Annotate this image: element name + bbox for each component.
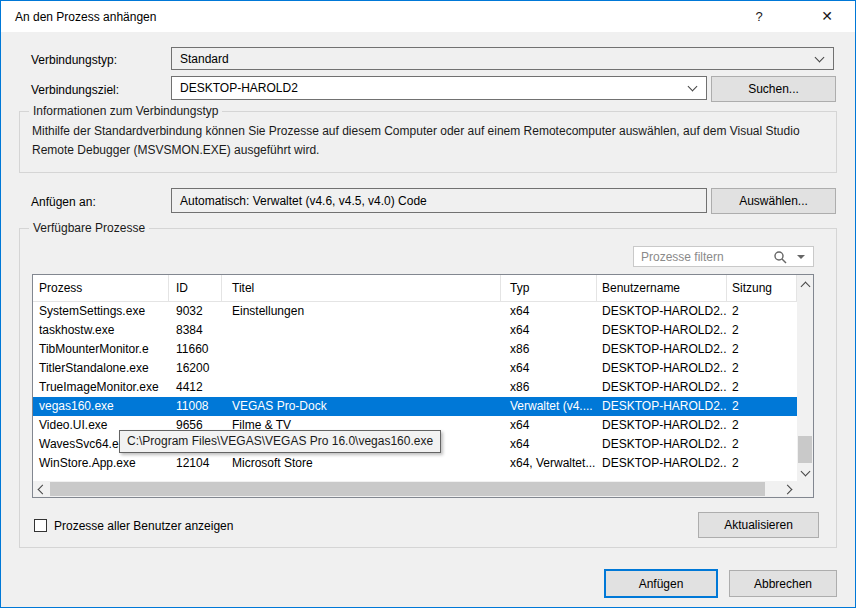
connection-target-value: DESKTOP-HAROLD2: [180, 81, 298, 95]
help-icon[interactable]: ?: [739, 1, 779, 32]
cancel-button[interactable]: Abbrechen: [729, 570, 837, 597]
title-bar: An den Prozess anhängen ? ✕: [1, 1, 855, 32]
table-cell: DESKTOP-HAROLD2...: [597, 359, 727, 378]
column-header-id[interactable]: ID: [169, 275, 222, 301]
show-all-users-checkbox[interactable]: [34, 519, 47, 532]
table-cell: DESKTOP-HAROLD2...: [597, 454, 727, 473]
show-all-users-label: Prozesse aller Benutzer anzeigen: [54, 519, 233, 533]
connection-info-text: Mithilfe der Standardverbindung können S…: [32, 122, 832, 160]
table-cell: x86: [501, 340, 597, 359]
table-row[interactable]: TrueImageMonitor.exe4412x86DESKTOP-HAROL…: [33, 378, 797, 397]
column-header-benutzername[interactable]: Benutzername: [597, 275, 727, 301]
table-cell: 2: [727, 416, 797, 435]
table-cell: 8384: [169, 321, 222, 340]
attach-button[interactable]: Anfügen: [604, 569, 718, 598]
table-cell: 2: [727, 321, 797, 340]
table-cell: [222, 378, 501, 397]
table-cell: 2: [727, 302, 797, 321]
chevron-down-icon: [688, 82, 698, 92]
table-cell: 9032: [169, 302, 222, 321]
process-path-tooltip: C:\Program Files\VEGAS\VEGAS Pro 16.0\ve…: [119, 430, 441, 453]
table-cell: [222, 359, 501, 378]
table-cell: x64: [501, 416, 597, 435]
table-cell: 2: [727, 454, 797, 473]
search-icon[interactable]: [773, 250, 787, 264]
table-cell: TitlerStandalone.exe: [33, 359, 169, 378]
connection-type-value: Standard: [180, 52, 229, 66]
table-cell: DESKTOP-HAROLD2...: [597, 397, 727, 416]
table-row[interactable]: TibMounterMonitor.e11660x86DESKTOP-HAROL…: [33, 340, 797, 359]
table-cell: Verwaltet (v4....: [501, 397, 597, 416]
scroll-right-icon[interactable]: [781, 481, 797, 498]
table-cell: Microsoft Store: [222, 454, 501, 473]
table-cell: vegas160.exe: [33, 397, 169, 416]
attach-to-field[interactable]: Automatisch: Verwaltet (v4.6, v4.5, v4.0…: [171, 188, 707, 213]
table-cell: 2: [727, 359, 797, 378]
chevron-down-icon: [815, 53, 825, 63]
table-cell: 11660: [169, 340, 222, 359]
table-cell: DESKTOP-HAROLD2...: [597, 340, 727, 359]
scroll-up-icon[interactable]: [797, 275, 813, 292]
table-cell: VEGAS Pro-Dock: [222, 397, 501, 416]
scroll-left-icon[interactable]: [33, 481, 49, 498]
table-row[interactable]: WinStore.App.exe12104Microsoft Storex64,…: [33, 454, 797, 473]
table-cell: x86: [501, 378, 597, 397]
table-cell: DESKTOP-HAROLD2...: [597, 416, 727, 435]
horizontal-scrollbar-thumb[interactable]: [50, 482, 765, 496]
dialog-title: An den Prozess anhängen: [15, 10, 156, 24]
attach-to-label: Anfügen an:: [31, 195, 96, 209]
table-cell: x64: [501, 302, 597, 321]
table-cell: 12104: [169, 454, 222, 473]
available-processes-group-title: Verfügbare Prozesse: [29, 221, 149, 235]
table-row[interactable]: SystemSettings.exe9032Einstellungenx64DE…: [33, 302, 797, 321]
table-cell: SystemSettings.exe: [33, 302, 169, 321]
table-cell: DESKTOP-HAROLD2...: [597, 435, 727, 454]
column-header-prozess[interactable]: Prozess: [33, 275, 169, 301]
column-header-titel[interactable]: Titel: [222, 275, 501, 301]
table-row[interactable]: TitlerStandalone.exe16200x64DESKTOP-HARO…: [33, 359, 797, 378]
vertical-scrollbar[interactable]: [797, 275, 813, 481]
table-cell: 2: [727, 340, 797, 359]
scrollbar-corner: [797, 481, 813, 497]
table-cell: 4412: [169, 378, 222, 397]
column-header-sitzung[interactable]: Sitzung: [727, 275, 797, 301]
table-cell: taskhostw.exe: [33, 321, 169, 340]
attach-to-value: Automatisch: Verwaltet (v4.6, v4.5, v4.0…: [180, 194, 427, 208]
attach-to-process-dialog: An den Prozess anhängen ? ✕ Verbindungst…: [0, 0, 856, 608]
select-button[interactable]: Auswählen...: [711, 188, 836, 214]
connection-target-combobox[interactable]: DESKTOP-HAROLD2: [171, 76, 707, 100]
scroll-down-icon[interactable]: [797, 464, 813, 481]
table-row[interactable]: vegas160.exe11008VEGAS Pro-DockVerwaltet…: [33, 397, 797, 416]
connection-info-group: Informationen zum Verbindungstyp Mithilf…: [19, 111, 837, 173]
table-cell: 2: [727, 397, 797, 416]
table-cell: 2: [727, 378, 797, 397]
table-cell: DESKTOP-HAROLD2...: [597, 378, 727, 397]
connection-type-dropdown[interactable]: Standard: [171, 47, 834, 70]
table-cell: x64, Verwaltet...: [501, 454, 597, 473]
table-cell: 11008: [169, 397, 222, 416]
refresh-button[interactable]: Aktualisieren: [698, 512, 819, 538]
table-row[interactable]: taskhostw.exe8384x64DESKTOP-HAROLD2...2: [33, 321, 797, 340]
table-cell: x64: [501, 435, 597, 454]
horizontal-scrollbar[interactable]: [33, 481, 797, 497]
process-list: ProzessIDTitelTypBenutzernameSitzung Sys…: [32, 274, 814, 498]
vertical-scrollbar-thumb[interactable]: [798, 436, 812, 463]
table-cell: DESKTOP-HAROLD2...: [597, 302, 727, 321]
process-filter-box: [633, 246, 814, 267]
table-cell: Einstellungen: [222, 302, 501, 321]
table-cell: [222, 321, 501, 340]
table-cell: 16200: [169, 359, 222, 378]
table-cell: [222, 340, 501, 359]
column-header-typ[interactable]: Typ: [501, 275, 597, 301]
process-filter-input[interactable]: [641, 248, 771, 265]
table-cell: TrueImageMonitor.exe: [33, 378, 169, 397]
close-icon[interactable]: ✕: [807, 1, 847, 32]
search-button[interactable]: Suchen...: [711, 76, 836, 102]
connection-info-group-title: Informationen zum Verbindungstyp: [29, 104, 222, 118]
table-cell: WinStore.App.exe: [33, 454, 169, 473]
table-cell: DESKTOP-HAROLD2...: [597, 321, 727, 340]
table-cell: x64: [501, 359, 597, 378]
process-table-header: ProzessIDTitelTypBenutzernameSitzung: [33, 275, 797, 302]
table-cell: TibMounterMonitor.e: [33, 340, 169, 359]
filter-dropdown-icon[interactable]: [797, 255, 805, 259]
